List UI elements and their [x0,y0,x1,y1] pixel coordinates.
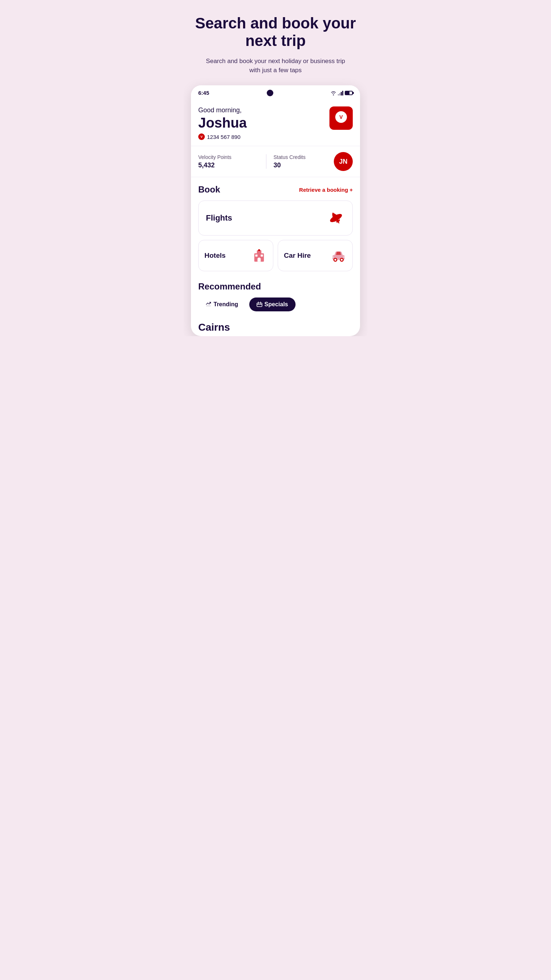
hotel-icon [251,248,267,264]
status-bar: 6:45 [191,85,360,99]
recommended-title: Recommended [198,282,353,292]
hero-subtitle: Search and book your next holiday or bus… [203,57,348,75]
recommended-section: Recommended Trending [191,282,360,336]
phone-mockup: 6:45 [191,85,360,337]
hotels-card[interactable]: Hotels [198,240,273,271]
hero-title: Search and book your next trip [192,14,359,50]
jn-initials: JN [339,158,347,165]
hero-section: Search and book your next trip Search an… [192,14,359,85]
book-header: Book Retrieve a booking + [198,185,353,195]
trending-icon [205,302,211,307]
membership-number: 1234 567 890 [207,134,240,140]
svg-rect-10 [260,255,263,257]
svg-rect-9 [255,255,257,257]
svg-point-16 [341,259,343,261]
signal-icon [338,91,343,95]
car-hire-label: Car Hire [284,251,311,259]
flights-card[interactable]: Flights [198,200,353,235]
book-section: Book Retrieve a booking + Flights [191,177,360,282]
camera-notch [267,90,273,96]
trending-label: Trending [214,301,238,308]
hotels-label: Hotels [205,251,225,259]
specials-icon [257,302,262,307]
avatar-label: V [335,110,348,126]
profile-avatar-wrapper: V [329,107,353,130]
bottom-cards: Hotels Car Hire [198,240,353,271]
status-credits-label: Status Credits [274,154,334,160]
membership-row: V 1234 567 890 [198,134,247,140]
points-divider [266,154,267,169]
user-name: Joshua [198,116,247,131]
tabs-row: Trending Specials [198,298,353,311]
profile-avatar-button[interactable]: V [329,107,353,130]
book-title: Book [198,185,220,195]
velocity-points-value: 5,432 [198,162,259,169]
status-icons [330,91,353,95]
specials-label: Specials [265,301,288,308]
plane-icon [327,209,345,227]
retrieve-booking-link[interactable]: Retrieve a booking + [299,187,353,193]
greeting-text: Good morning, [198,107,247,114]
points-section: Velocity Points 5,432 Status Credits 30 … [191,146,360,177]
svg-rect-17 [332,257,334,258]
svg-rect-18 [343,257,345,258]
velocity-points-label: Velocity Points [198,154,259,160]
velocity-badge: V [198,134,205,140]
tab-trending[interactable]: Trending [198,298,246,311]
profile-info: Good morning, Joshua V 1234 567 890 [198,107,247,140]
status-credits-group: Status Credits 30 [274,154,334,169]
profile-section: Good morning, Joshua V 1234 567 890 V [191,99,360,146]
svg-point-11 [258,250,260,251]
svg-point-14 [335,259,337,261]
car-icon [330,248,346,264]
jn-avatar: JN [334,152,353,171]
flights-label: Flights [206,213,232,223]
status-time: 6:45 [198,90,209,96]
velocity-points-group: Velocity Points 5,432 [198,154,259,169]
status-credits-value: 30 [274,162,334,169]
avatar-v-icon: V [335,110,348,124]
car-hire-card[interactable]: Car Hire [278,240,353,271]
destination-name: Cairns [198,317,353,336]
svg-rect-19 [257,303,262,307]
tab-specials[interactable]: Specials [249,298,295,311]
battery-icon [345,91,353,95]
wifi-icon [330,91,337,95]
svg-text:V: V [339,114,343,120]
